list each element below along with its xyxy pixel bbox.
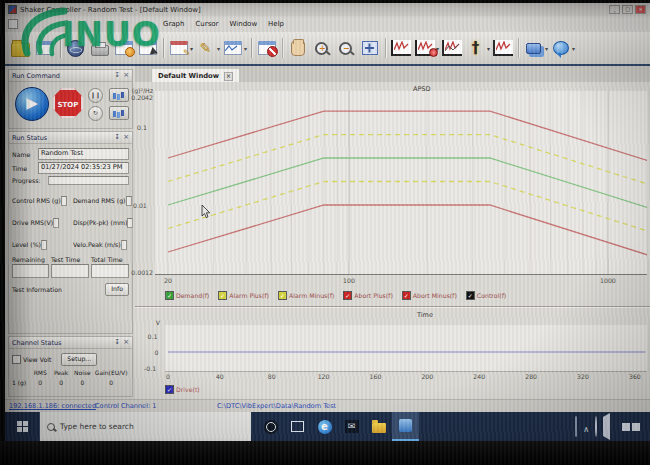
monitor-bezel	[0, 441, 650, 465]
pan-hand-icon[interactable]	[286, 36, 309, 60]
tab-default-window[interactable]: Default Window ×	[151, 68, 240, 83]
level-down-button[interactable]	[109, 106, 129, 120]
message-icon[interactable]	[522, 36, 545, 60]
zoom-in-icon[interactable]: +	[310, 36, 333, 60]
report-window-dropdown-icon[interactable]: ▾	[244, 45, 247, 52]
view-volt-label: View Volt	[23, 356, 51, 363]
legend-checkbox-Demand(f)[interactable]: ✓	[165, 291, 174, 300]
menu-cursor[interactable]: Cursor	[195, 20, 218, 28]
tray-chevron-icon[interactable]: ∧	[583, 417, 589, 436]
chart-divider[interactable]	[135, 306, 650, 307]
chart-marker-icon[interactable]	[413, 36, 436, 60]
legend-label: Alarm Minus(f)	[289, 292, 334, 299]
time-legend: ✓Drive(t)	[165, 385, 200, 394]
connect-icon[interactable]	[64, 36, 87, 60]
legend-label: Demand(f)	[176, 292, 209, 299]
abort-window-icon[interactable]	[255, 36, 278, 60]
close-icon[interactable]: ×	[123, 72, 129, 79]
taskbar-search[interactable]: Type here to search	[39, 412, 251, 441]
toolbar-separator	[163, 38, 164, 58]
minimize-button[interactable]: _	[609, 5, 620, 14]
start-button[interactable]	[5, 412, 39, 441]
message-dropdown-icon[interactable]: ▾	[545, 45, 548, 52]
velo-peak-field	[121, 240, 127, 250]
pin-icon[interactable]: ↧	[114, 134, 120, 141]
close-icon[interactable]: ×	[123, 339, 129, 346]
level-up-button[interactable]	[109, 88, 129, 102]
time-xtick-360: 360	[629, 373, 641, 380]
connection-status[interactable]: 192.168.1.186: connected	[9, 402, 96, 410]
menu-help[interactable]: Help	[268, 20, 284, 28]
resume-button[interactable]: ↻	[88, 106, 103, 121]
tab-close-icon[interactable]: ×	[224, 72, 233, 81]
tray-badge-icon[interactable]	[575, 417, 577, 436]
chart-spectrum-icon[interactable]	[389, 36, 412, 60]
print-icon[interactable]	[88, 36, 111, 60]
close-button[interactable]: ×	[635, 5, 646, 14]
stop-button[interactable]: STOP	[53, 88, 83, 118]
chart-trace-icon[interactable]	[491, 36, 514, 60]
edit-pencil-icon[interactable]: ✎	[194, 36, 217, 60]
legend-checkbox-Control(f)[interactable]: ✓	[466, 291, 475, 300]
cursor-cross-dropdown-icon[interactable]: ▾	[487, 45, 490, 52]
channel-table-row[interactable]: 1 (g) 0 0 0 0	[12, 379, 129, 386]
legend-checkbox-Alarm Minus(f)[interactable]: ✓	[278, 291, 287, 300]
legend-checkbox-Abort Minus(f)[interactable]: ✓	[402, 291, 411, 300]
menu-graph[interactable]: Graph	[163, 20, 184, 28]
new-window-icon[interactable]	[33, 36, 56, 60]
tab-bar: Default Window ×	[135, 66, 650, 83]
time-plot	[165, 325, 647, 372]
tray-network-icon[interactable]	[595, 417, 597, 436]
chart-overlay-icon[interactable]	[440, 36, 463, 60]
time-chart-title: Time	[417, 311, 433, 319]
report-window-icon[interactable]	[221, 36, 244, 60]
toolbar-separator	[251, 38, 252, 58]
pin-icon[interactable]: ↧	[114, 72, 120, 79]
setup-button[interactable]: Setup...	[61, 353, 97, 366]
window-settings-icon[interactable]	[112, 36, 135, 60]
app-active-icon[interactable]	[392, 412, 419, 441]
tray-lang-icon[interactable]	[622, 423, 640, 431]
open-folder-icon[interactable]	[9, 36, 32, 60]
pause-button[interactable]: ❙❙	[88, 88, 103, 103]
legend-checkbox-Alarm Plus(f)[interactable]: ✓	[218, 291, 227, 300]
close-icon[interactable]: ×	[123, 134, 129, 141]
app-statusbar: 192.168.1.186: connected Control Channel…	[5, 399, 650, 412]
app-icon	[8, 5, 17, 14]
test-info-label: Test Information	[12, 286, 62, 293]
view-volt-checkbox[interactable]	[12, 355, 21, 364]
menu-window[interactable]: Window	[230, 20, 258, 28]
legend-label: Control(f)	[477, 292, 506, 299]
total-time-label: Total Time	[91, 256, 123, 263]
edit-pencil-dropdown-icon[interactable]: ▾	[217, 45, 220, 52]
run-command-title: Run Command	[12, 72, 60, 80]
pin-icon[interactable]: ↧	[114, 339, 120, 346]
system-tray: ∧	[575, 417, 650, 436]
name-label: Name	[12, 151, 36, 158]
file-explorer-icon[interactable]	[365, 412, 392, 441]
level-field	[41, 240, 47, 250]
time-field[interactable]: 01/27/2024 02:35:23 PM	[38, 162, 129, 174]
fit-window-icon[interactable]	[358, 36, 381, 60]
tab-label: Default Window	[158, 72, 219, 80]
task-view-icon[interactable]	[284, 412, 311, 441]
legend-checkbox-Abort Plus(f)[interactable]: ✓	[343, 291, 352, 300]
window-pointer-icon[interactable]	[136, 36, 159, 60]
maximize-button[interactable]: □	[622, 5, 633, 14]
legend-checkbox-Drive(t)[interactable]: ✓	[165, 385, 174, 394]
time-xtick-120: 120	[318, 373, 330, 380]
mail-icon[interactable]: ✉	[338, 412, 365, 441]
zoom-out-icon[interactable]: −	[334, 36, 357, 60]
schedule-icon[interactable]: ✎	[167, 36, 190, 60]
taskbar-icons: e✉	[257, 412, 419, 441]
cursor-cross-icon[interactable]: †	[464, 36, 487, 60]
chat-dropdown-icon[interactable]: ▾	[572, 45, 575, 52]
edge-icon[interactable]: e	[311, 412, 338, 441]
toolbar-separator	[60, 38, 61, 58]
tray-volume-icon[interactable]	[603, 417, 610, 436]
chat-icon[interactable]	[549, 36, 572, 60]
test-name-field[interactable]: Random Test	[38, 148, 129, 160]
info-button[interactable]: Info	[105, 283, 129, 296]
play-button[interactable]: ▶	[15, 87, 49, 121]
cortana-icon[interactable]	[257, 412, 284, 441]
